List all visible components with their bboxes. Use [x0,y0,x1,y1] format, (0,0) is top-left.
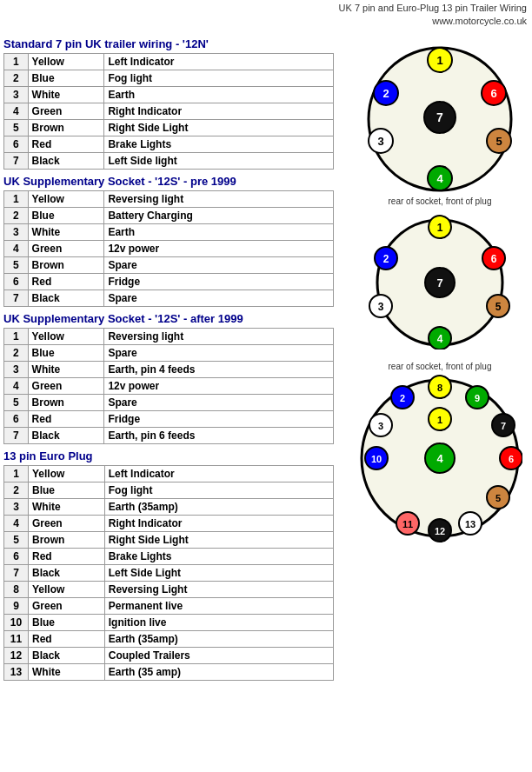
svg-text:2: 2 [400,393,405,403]
wire-color: Yellow [29,581,105,597]
pin-number: 3 [4,223,29,240]
pin-number: 4 [4,377,29,394]
wire-color: Blue [29,482,105,498]
header: UK 7 pin and Euro-Plug 13 pin Trailer Wi… [0,0,532,30]
diagram3-label-top: rear of socket, front of plug [389,362,492,371]
wire-color: Blue [29,614,105,630]
wire-desc: Spare [104,290,334,306]
svg-text:6: 6 [509,454,514,464]
table-row: 13 White Earth (35 amp) [4,663,334,680]
svg-text:2: 2 [382,87,389,100]
table-row: 4 Green Right Indicator [4,103,334,119]
wire-color: Brown [28,119,104,136]
pin-number: 2 [4,344,29,361]
pin-number: 1 [4,465,29,482]
svg-text:7: 7 [436,110,443,124]
pin-number: 6 [4,548,29,564]
svg-text:9: 9 [475,393,480,403]
table-row: 5 Brown Spare [4,394,334,410]
table-row: 5 Brown Spare [4,256,334,273]
diagram2-wrap: 1 2 3 4 5 6 7 [362,215,518,349]
svg-text:4: 4 [437,333,443,345]
wire-color: Blue [28,344,104,361]
section2-title: UK Supplementary Socket - '12S' - pre 19… [3,175,348,188]
section3-title: UK Supplementary Socket - '12S' - after … [3,312,348,325]
wire-color: Blue [28,70,104,86]
wire-desc: Right Indicator [104,515,333,531]
pin-number: 2 [4,70,29,86]
svg-text:13: 13 [465,519,475,529]
pin-number: 7 [4,290,29,306]
table-row: 6 Red Brake Lights [4,548,334,564]
wire-color: Black [28,427,104,443]
wire-desc: Earth (35amp) [104,630,333,647]
diagram1-label: rear of socket, front of plug [389,196,492,206]
pin-number: 2 [4,207,29,223]
wire-color: Black [28,290,104,306]
wire-desc: Ignition live [104,614,333,630]
pin-number: 8 [4,581,29,597]
wire-color: Red [28,136,104,152]
wire-desc: Right Side Light [104,119,334,136]
table-row: 7 Black Earth, pin 6 feeds [4,427,334,443]
right-column: 1 2 3 4 5 6 7 rear of socket, f [351,32,529,686]
svg-text:1: 1 [437,222,443,234]
pin-number: 3 [4,498,29,515]
wire-color: Brown [29,531,105,548]
svg-text:11: 11 [402,519,413,529]
wire-desc: Spare [104,256,334,273]
wire-color: Red [29,630,105,647]
svg-text:5: 5 [495,135,502,148]
table-row: 11 Red Earth (35amp) [4,630,334,647]
wire-desc: 12v power [104,240,334,256]
pin-number: 11 [4,630,29,647]
section1-title: Standard 7 pin UK trailer wiring - '12N' [3,37,348,50]
wire-color: Green [28,240,104,256]
wire-desc: Earth, pin 4 feeds [104,361,334,377]
pin-number: 5 [4,119,29,136]
wire-desc: Right Side Light [104,531,333,548]
wire-desc: Spare [104,394,334,410]
pin-number: 3 [4,361,29,377]
pin-number: 6 [4,136,29,152]
svg-text:4: 4 [436,172,443,185]
table-row: 6 Red Fridge [4,410,334,427]
diagram2-svg: 1 2 3 4 5 6 7 [362,215,518,349]
svg-text:8: 8 [437,383,442,393]
table-row: 7 Black Left Side Light [4,564,334,581]
wire-desc: Earth [104,223,334,240]
wire-color: Red [29,548,105,564]
wire-desc: Left Side light [104,152,334,169]
section3-table: 1 Yellow Reversing light 2 Blue Spare 3 … [3,328,334,444]
table-row: 2 Blue Spare [4,344,334,361]
wire-desc: Reversing light [104,328,334,344]
table-row: 7 Black Spare [4,290,334,306]
wire-color: Yellow [29,465,105,482]
wire-desc: 12v power [104,377,334,394]
table-row: 10 Blue Ignition live [4,614,334,630]
wire-color: White [28,86,104,103]
table-row: 5 Brown Right Side Light [4,119,334,136]
pin-number: 9 [4,597,29,614]
pin-number: 4 [4,103,29,119]
table-row: 9 Green Permanent live [4,597,334,614]
wire-color: White [28,361,104,377]
svg-text:7: 7 [436,276,442,290]
header-line1: UK 7 pin and Euro-Plug 13 pin Trailer Wi… [5,2,527,15]
wire-desc: Permanent live [104,597,333,614]
pin-number: 4 [4,240,29,256]
table-row: 2 Blue Fog light [4,70,334,86]
svg-text:7: 7 [501,421,506,431]
section2-table: 1 Yellow Reversing light 2 Blue Battery … [3,190,334,307]
svg-text:1: 1 [437,415,442,425]
pin-number: 1 [4,190,29,207]
svg-text:3: 3 [377,135,383,148]
table-row: 1 Yellow Left Indicator [4,465,334,482]
pin-number: 7 [4,427,29,443]
pin-number: 3 [4,86,29,103]
svg-text:10: 10 [371,454,382,464]
wire-color: Blue [28,207,104,223]
table-row: 6 Red Brake Lights [4,136,334,152]
wire-desc: Earth, pin 6 feeds [104,427,334,443]
wire-color: Red [28,410,104,427]
